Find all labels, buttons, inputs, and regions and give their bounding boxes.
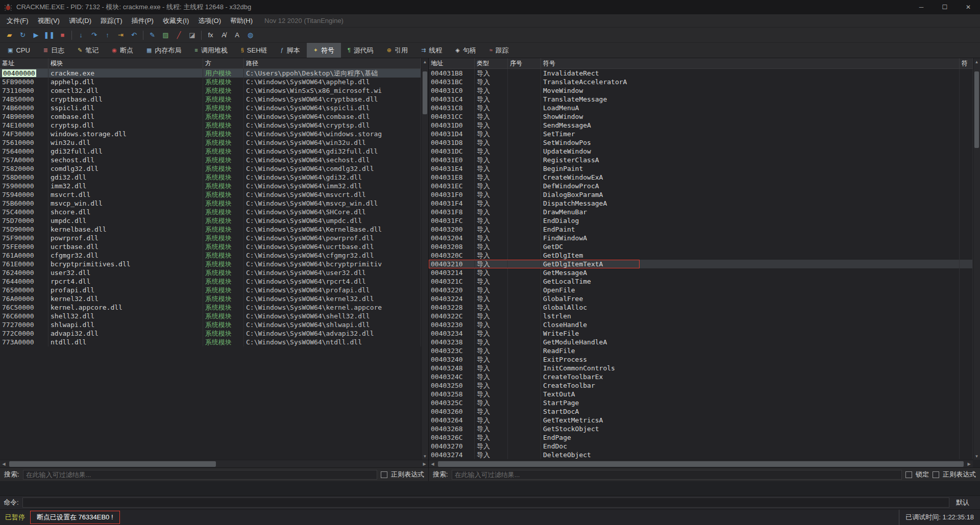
symbol-row[interactable]: 00403214导入GetMessageA <box>429 268 973 277</box>
menu-item[interactable]: 插件(P) <box>127 16 158 26</box>
command-input[interactable] <box>22 497 949 508</box>
module-row[interactable]: 76240000user32.dll系统模块C:\Windows\SysWOW6… <box>0 268 421 277</box>
module-row[interactable]: 76A00000kernel32.dll系统模块C:\Windows\SysWO… <box>0 294 421 303</box>
tab-symbols[interactable]: ✦符号 <box>307 43 341 58</box>
symbol-row[interactable]: 00403240导入ExitProcess <box>429 355 973 364</box>
modules-horizontal-scrollbar[interactable]: ◀ ▶ <box>0 460 428 467</box>
symbol-row[interactable]: 00403268导入GetStockObject <box>429 424 973 433</box>
scroll-up-icon[interactable]: ▲ <box>973 58 980 65</box>
restart-icon[interactable]: ↻ <box>16 30 29 41</box>
run-icon[interactable]: ▶ <box>30 30 42 41</box>
symbol-row[interactable]: 0040324C导入CreateToolbarEx <box>429 372 973 381</box>
symbol-row[interactable]: 00403224导入GlobalFree <box>429 294 973 303</box>
patch-icon[interactable]: ✎ <box>146 30 159 41</box>
module-row[interactable]: 75FE0000ucrtbase.dll系统模块C:\Windows\SysWO… <box>0 242 421 251</box>
symbol-row[interactable]: 00403234导入WriteFile <box>429 329 973 338</box>
module-row[interactable]: 75640000gdi32full.dll系统模块C:\Windows\SysW… <box>0 147 421 156</box>
module-row[interactable]: 761E0000bcryptprimitives.dll系统模块C:\Windo… <box>0 260 421 268</box>
menu-item[interactable]: 文件(F) <box>2 16 33 26</box>
module-row[interactable]: 76C60000shell32.dll系统模块C:\Windows\SysWOW… <box>0 312 421 320</box>
symbol-row[interactable]: 00403258导入TextOutA <box>429 390 973 398</box>
symbol-row[interactable]: 0040326C导入EndPage <box>429 433 973 442</box>
symbol-row[interactable]: 0040321C导入GetLocalTime <box>429 277 973 286</box>
tab-call-stack[interactable]: ≡调用堆栈 <box>188 43 234 58</box>
column-header[interactable]: 地址 <box>429 58 475 68</box>
symbol-row[interactable]: 004031CC导入ShowWindow <box>429 112 973 121</box>
symbols-horizontal-scrollbar[interactable]: ◀ ▶ <box>429 460 973 467</box>
scroll-thumb[interactable] <box>423 71 427 114</box>
scroll-down-icon[interactable]: ▼ <box>422 453 428 460</box>
symbol-row[interactable]: 00403238导入GetModuleHandleA <box>429 338 973 346</box>
pause-icon[interactable]: ❚❚ <box>43 30 56 41</box>
symbols-lock-checkbox[interactable] <box>905 471 912 478</box>
symbol-row[interactable]: 00403204导入FindWindowA <box>429 234 973 242</box>
font-a-icon[interactable]: A <box>231 30 243 41</box>
tab-trace[interactable]: ≈跟踪 <box>483 43 516 58</box>
symbol-row[interactable]: 00403274导入DeleteObject <box>429 451 973 459</box>
module-row[interactable]: 758D0000gdi32.dll系统模块C:\Windows\SysWOW64… <box>0 173 421 182</box>
module-row[interactable]: 75B60000msvcp_win.dll系统模块C:\Windows\SysW… <box>0 199 421 208</box>
scroll-up-icon[interactable]: ▲ <box>422 58 428 65</box>
module-row[interactable]: 75610000win32u.dll系统模块C:\Windows\SysWOW6… <box>0 138 421 147</box>
scroll-left-icon[interactable]: ◀ <box>0 460 8 468</box>
symbol-row[interactable]: 004031F8导入DrawMenuBar <box>429 208 973 216</box>
symbol-row[interactable]: 004031C8导入LoadMenuA <box>429 104 973 112</box>
module-row[interactable]: 75820000comdlg32.dll系统模块C:\Windows\SysWO… <box>0 164 421 173</box>
module-row[interactable]: 74F30000windows.storage.dll系统模块C:\Window… <box>0 130 421 138</box>
module-row[interactable]: 75900000imm32.dll系统模块C:\Windows\SysWOW64… <box>0 182 421 190</box>
modules-regex-checkbox[interactable] <box>381 471 387 478</box>
tab-notes[interactable]: ✎笔记 <box>71 43 105 58</box>
open-file-icon[interactable]: ▰ <box>3 30 16 41</box>
symbol-row[interactable]: 0040325C导入StartPage <box>429 398 973 407</box>
column-header[interactable]: 方 <box>203 58 244 68</box>
font-a-slash-icon[interactable]: A̸ <box>217 30 230 41</box>
symbol-row[interactable]: 00403264导入GetTextMetricsA <box>429 416 973 424</box>
module-row[interactable]: 773A0000ntdll.dll系统模块C:\Windows\SysWOW64… <box>0 338 421 346</box>
fx-icon[interactable]: fx <box>204 30 217 41</box>
symbol-row[interactable]: 00403250导入CreateToolbar <box>429 381 973 390</box>
column-header[interactable]: 路径 <box>244 58 421 68</box>
module-row[interactable]: 74B50000cryptbase.dll系统模块C:\Windows\SysW… <box>0 95 421 104</box>
module-row[interactable]: 76500000profapi.dll系统模块C:\Windows\SysWOW… <box>0 286 421 294</box>
eraser-icon[interactable]: ◪ <box>186 30 199 41</box>
module-row[interactable]: 75D90000kernelbase.dll系统模块C:\Windows\Sys… <box>0 225 421 234</box>
maximize-button[interactable]: ☐ <box>933 0 957 14</box>
column-header[interactable]: 模块 <box>48 58 203 68</box>
module-row[interactable]: 761A0000cfgmgr32.dll系统模块C:\Windows\SysWO… <box>0 251 421 260</box>
scroll-right-icon[interactable]: ▶ <box>965 460 973 468</box>
symbol-row[interactable]: 00403200导入EndPaint <box>429 225 973 234</box>
symbol-row[interactable]: 00403220导入OpenFile <box>429 286 973 294</box>
symbol-row[interactable]: 004031BC导入TranslateAcceleratorA <box>429 78 973 86</box>
modules-vertical-scrollbar[interactable]: ▲ ▼ <box>421 58 428 460</box>
tab-source[interactable]: ¶源代码 <box>341 43 380 58</box>
symbol-row[interactable]: 004031E0导入RegisterClassA <box>429 156 973 164</box>
symbol-row[interactable]: 00403208导入GetDC <box>429 242 973 251</box>
module-row[interactable]: 77270000shlwapi.dll系统模块C:\Windows\SysWOW… <box>0 320 421 329</box>
highlight-icon[interactable]: ╱ <box>173 30 185 41</box>
tab-threads[interactable]: ⇉线程 <box>414 43 449 58</box>
scroll-thumb[interactable] <box>974 71 979 148</box>
menu-item[interactable]: 跟踪(T) <box>96 16 127 26</box>
menu-item[interactable]: 调试(D) <box>64 16 96 26</box>
menu-item[interactable]: 选项(O) <box>193 16 226 26</box>
symbol-row[interactable]: 004031E8导入CreateWindowExA <box>429 173 973 182</box>
tab-handles[interactable]: ◈句柄 <box>449 43 482 58</box>
symbols-search-input[interactable] <box>452 470 902 480</box>
symbol-row[interactable]: 0040322C导入lstrlen <box>429 312 973 320</box>
menu-item[interactable]: 帮助(H) <box>226 16 257 26</box>
symbol-row[interactable]: 004031DC导入UpdateWindow <box>429 147 973 156</box>
step-over-icon[interactable]: ↷ <box>88 30 101 41</box>
module-row[interactable]: 757A0000sechost.dll系统模块C:\Windows\SysWOW… <box>0 156 421 164</box>
module-row[interactable]: 76440000rpcrt4.dll系统模块C:\Windows\SysWOW6… <box>0 277 421 286</box>
symbol-row[interactable]: 00403248导入InitCommonControls <box>429 364 973 372</box>
tab-cpu[interactable]: ▣CPU <box>1 43 37 58</box>
symbol-row[interactable]: 004031D4导入SetTimer <box>429 130 973 138</box>
module-row[interactable]: 00400000crackme.exe用户模块C:\Users\ppoh\Des… <box>0 69 421 78</box>
symbol-row[interactable]: 00403230导入CloseHandle <box>429 320 973 329</box>
symbol-row[interactable]: 0040323C导入ReadFile <box>429 346 973 355</box>
step-out-icon[interactable]: ↑ <box>101 30 114 41</box>
module-row[interactable]: 75940000msvcrt.dll系统模块C:\Windows\SysWOW6… <box>0 190 421 199</box>
module-row[interactable]: 73110000comctl32.dll系统模块C:\Windows\WinSx… <box>0 86 421 95</box>
column-header[interactable]: 符 <box>960 58 973 68</box>
scroll-thumb[interactable] <box>9 461 216 467</box>
